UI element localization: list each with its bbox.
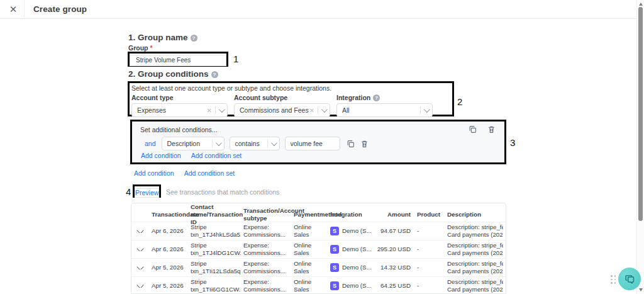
account-type-field: Account type Expenses ✕ <box>131 94 228 117</box>
drag-handle-icon[interactable] <box>611 275 616 285</box>
add-condition-set-link[interactable]: Add condition set <box>191 152 242 159</box>
row-expander[interactable] <box>131 248 152 251</box>
preview-caption: See transactions that match conditions <box>166 188 279 196</box>
chevron-down-icon[interactable] <box>136 285 143 288</box>
add-condition-link[interactable]: Add condition <box>141 152 181 159</box>
topbar-divider <box>24 0 25 19</box>
annotation-label-3: 3 <box>510 137 515 148</box>
clear-icon[interactable]: ✕ <box>309 107 314 114</box>
cell-product: - <box>417 246 447 253</box>
cell-payment: Online Sales <box>294 278 330 293</box>
cell-description: Description: stripe_fee:fee.Card payment… <box>447 260 506 275</box>
page-title: Create group <box>33 4 87 14</box>
select-divider <box>212 140 213 147</box>
account-type-value: Expenses <box>137 106 207 114</box>
account-subtype-label: Account subtype <box>234 94 330 101</box>
close-icon[interactable]: ✕ <box>8 4 19 15</box>
info-icon[interactable]: ? <box>191 35 197 42</box>
condition-comparator-select[interactable]: contains <box>230 137 280 150</box>
annotation-box-3: Set additional conditions... and Descrip… <box>130 120 506 164</box>
group-name-input[interactable] <box>130 55 226 66</box>
annotation-box-1 <box>128 52 228 67</box>
annotation-label-1: 1 <box>233 54 238 64</box>
cell-product: - <box>417 282 447 290</box>
integration-select[interactable]: All <box>336 103 433 117</box>
required-asterisk: * <box>150 44 152 52</box>
chevron-down-icon[interactable] <box>219 106 225 113</box>
col-amount: Amount <box>377 211 417 218</box>
annotation-box-4: Preview <box>133 184 161 198</box>
add-condition-set-link[interactable]: Add condition set <box>184 169 235 177</box>
info-icon[interactable]: ? <box>211 71 218 78</box>
select-divider <box>267 140 268 147</box>
conditions-helper-text: Select at least one account type or subt… <box>131 84 331 92</box>
integration-label: Integration? <box>336 94 433 101</box>
col-transaction: Transaction/Account subtype <box>243 207 294 222</box>
cell-payment: Online Sales <box>294 223 330 239</box>
chat-button[interactable] <box>618 268 641 290</box>
account-type-label: Account type <box>131 94 228 101</box>
group-label-text: Group <box>128 44 148 52</box>
table-row: Apr 5, 2026 Stripetxn_1TIi12LSda5q... Ex… <box>131 258 506 276</box>
cell-integration: SDemo (S... <box>330 281 377 290</box>
select-divider <box>215 106 216 114</box>
row-expander[interactable] <box>131 285 152 288</box>
cell-date: Apr 5, 2026 <box>152 282 191 290</box>
delete-icon[interactable] <box>487 125 496 133</box>
cell-contact: Stripetxn_1TJ4lDG1CW... <box>191 242 243 257</box>
transactions-table: Transactiondate Contact name/Transaction… <box>131 203 506 294</box>
clear-icon[interactable]: ✕ <box>207 107 212 114</box>
condition-value-input[interactable] <box>285 137 340 150</box>
annotation-box-2: Select at least one account type or subt… <box>128 81 454 116</box>
chevron-down-icon[interactable] <box>215 140 221 146</box>
cell-description: Description: stripe_fee:fee.Card payment… <box>447 242 506 257</box>
condition-set-placeholder: Set additional conditions... <box>140 126 218 133</box>
top-bar: ✕ Create group <box>0 0 636 19</box>
chevron-down-icon[interactable] <box>424 106 430 113</box>
group-field-label: Group * <box>128 44 153 52</box>
table-header-row: Transactiondate Contact name/Transaction… <box>131 203 506 222</box>
row-expander[interactable] <box>131 230 152 233</box>
stripe-icon: S <box>330 263 339 272</box>
stripe-icon: S <box>330 227 339 235</box>
chevron-down-icon[interactable] <box>136 230 143 233</box>
col-description: Description <box>447 211 506 218</box>
cell-description: Description: stripe_fee:fee.Card payment… <box>447 223 506 239</box>
chat-icon <box>625 274 635 285</box>
vertical-scrollbar[interactable] <box>636 0 644 294</box>
col-product: Product <box>417 211 447 218</box>
annotation-label-4: 4 <box>126 186 131 197</box>
table-row: Apr 6, 2026 Stripetxn_1TJ4lDG1CW... Expe… <box>131 240 506 258</box>
condition-operator: and <box>145 140 156 147</box>
cell-payment: Online Sales <box>294 242 330 257</box>
select-divider <box>318 106 318 114</box>
info-icon[interactable]: ? <box>373 94 380 101</box>
condition-field-value: Description <box>167 140 212 147</box>
account-type-select[interactable]: Expenses ✕ <box>131 103 228 117</box>
outer-condition-links: Add condition Add condition set <box>134 169 235 177</box>
group-conditions-heading: 2. Group conditions? <box>128 69 218 79</box>
integration-label-text: Integration <box>336 94 370 101</box>
cell-transaction: Expense:Commissions... <box>243 278 294 293</box>
chevron-down-icon[interactable] <box>270 140 277 146</box>
row-expander[interactable] <box>131 266 152 269</box>
copy-icon[interactable] <box>469 125 477 133</box>
scroll-up-icon[interactable] <box>639 3 643 6</box>
cell-amount: 64.25 USD <box>377 282 417 290</box>
account-subtype-value: Commissions and Fees <box>240 106 309 114</box>
annotation-label-2: 2 <box>457 96 462 107</box>
account-subtype-select[interactable]: Commissions and Fees ✕ <box>234 103 330 117</box>
select-divider <box>420 106 421 114</box>
cell-contact: Stripetxn_1TJ4hkLSda5... <box>191 223 243 239</box>
condition-row: and Description contains <box>145 137 374 150</box>
chevron-down-icon[interactable] <box>321 106 328 113</box>
chevron-down-icon[interactable] <box>136 248 143 251</box>
preview-button[interactable]: Preview <box>135 188 159 198</box>
add-condition-link[interactable]: Add condition <box>134 169 174 177</box>
scrollbar-thumb[interactable] <box>638 7 643 221</box>
chevron-down-icon[interactable] <box>136 266 143 269</box>
scroll-down-icon[interactable] <box>639 288 643 291</box>
delete-icon[interactable] <box>360 140 369 148</box>
copy-icon[interactable] <box>347 140 355 148</box>
condition-field-select[interactable]: Description <box>162 137 225 150</box>
